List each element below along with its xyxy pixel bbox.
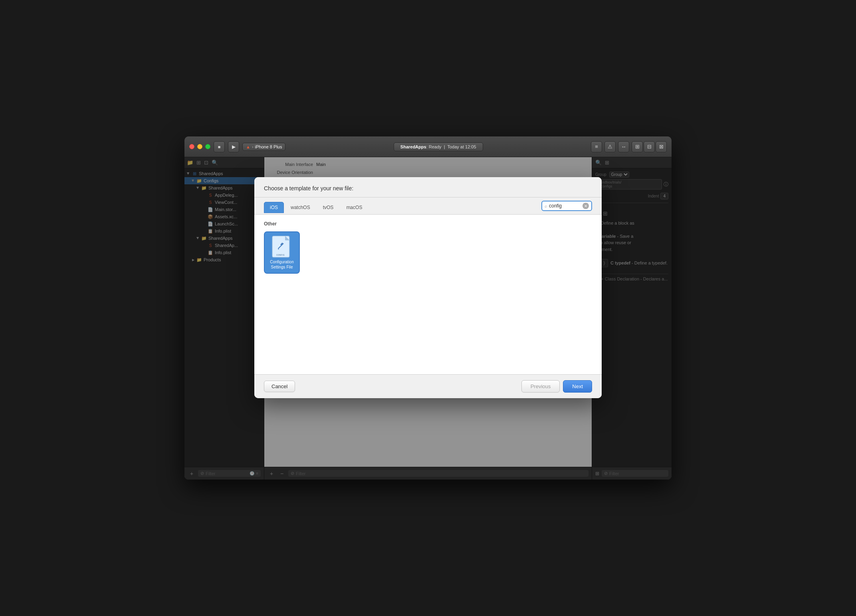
traffic-lights xyxy=(189,144,210,149)
editor-lines-icon[interactable]: ≡ xyxy=(591,141,602,152)
right-panel-toggle[interactable]: ⊠ xyxy=(656,141,667,152)
search-icon: ⌕ xyxy=(545,203,547,208)
scheme-selector[interactable]: ▲ › iPhone 8 Plus xyxy=(242,143,285,151)
tab-macos[interactable]: macOS xyxy=(340,202,368,213)
tab-tvos[interactable]: tvOS xyxy=(317,202,340,213)
title-bar: ■ ▶ ▲ › iPhone 8 Plus SharedApps: Ready … xyxy=(184,136,672,157)
template-search-box: ⌕ ✕ xyxy=(541,201,592,211)
template-grid: CONFIG ConfigurationSettings File xyxy=(264,231,592,274)
template-item-config[interactable]: CONFIG ConfigurationSettings File xyxy=(264,231,300,274)
scheme-device: iPhone 8 Plus xyxy=(255,144,282,149)
modal-tabs: iOS watchOS tvOS macOS xyxy=(264,202,368,213)
modal-body: Other xyxy=(254,215,602,374)
app-time: Today at 12:05 xyxy=(447,144,476,149)
modal-title: Choose a template for your new file: xyxy=(264,185,592,192)
tab-ios[interactable]: iOS xyxy=(264,202,284,213)
svg-text:CONFIG: CONFIG xyxy=(276,254,285,256)
app-state: Ready xyxy=(429,144,442,149)
status-pill: SharedApps: Ready | Today at 12:05 xyxy=(394,142,483,151)
app-name: SharedApps xyxy=(400,144,426,149)
warning-icon[interactable]: ⚠ xyxy=(604,141,616,152)
search-input[interactable] xyxy=(549,203,581,209)
previous-button[interactable]: Previous xyxy=(521,380,560,393)
xcode-window: ■ ▶ ▲ › iPhone 8 Plus SharedApps: Ready … xyxy=(184,136,672,480)
panel-layout-buttons: ⊞ ⊟ ⊠ xyxy=(632,141,667,152)
config-file-icon: CONFIG xyxy=(270,235,294,259)
cancel-button[interactable]: Cancel xyxy=(264,381,295,392)
config-file-label: ConfigurationSettings File xyxy=(270,259,293,270)
left-panel-toggle[interactable]: ⊞ xyxy=(632,141,643,152)
maximize-button[interactable] xyxy=(205,144,210,149)
minimize-button[interactable] xyxy=(197,144,202,149)
stop-button[interactable]: ■ xyxy=(214,141,225,152)
modal-overlay: Choose a template for your new file: iOS… xyxy=(184,157,672,480)
modal-title-bar: Choose a template for your new file: xyxy=(254,177,602,197)
back-forward-icon[interactable]: ↔ xyxy=(618,141,629,152)
search-clear-button[interactable]: ✕ xyxy=(583,203,589,209)
right-toolbar: ≡ ⚠ ↔ ⊞ ⊟ ⊠ xyxy=(591,141,667,152)
bottom-panel-toggle[interactable]: ⊟ xyxy=(644,141,655,152)
status-area: SharedApps: Ready | Today at 12:05 xyxy=(289,142,588,151)
next-button[interactable]: Next xyxy=(563,380,592,393)
modal-footer: Cancel Previous Next xyxy=(254,374,602,398)
scheme-icon: ▲ xyxy=(246,144,250,149)
new-file-dialog: Choose a template for your new file: iOS… xyxy=(254,177,602,398)
close-button[interactable] xyxy=(189,144,194,149)
other-section-header: Other xyxy=(264,221,592,227)
tab-watchos[interactable]: watchOS xyxy=(285,202,316,213)
run-button[interactable]: ▶ xyxy=(228,141,239,152)
main-content: 📁 ⊞ ⊡ 🔍 ▶ ⊞ SharedApps ▶ 📁 Configs xyxy=(184,157,672,480)
btn-group: Previous Next xyxy=(521,380,592,393)
